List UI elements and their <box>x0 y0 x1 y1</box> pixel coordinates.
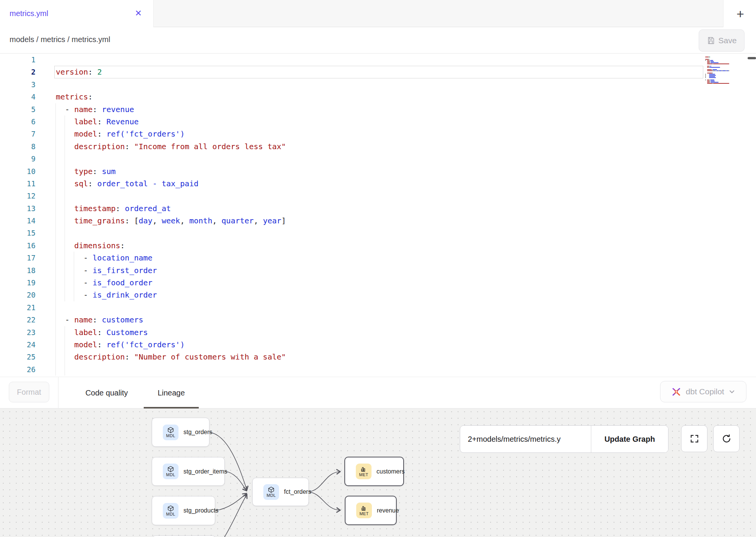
minimap-line <box>705 60 706 61</box>
code-line-2[interactable]: 2version: 2 <box>0 66 756 78</box>
new-tab-button[interactable]: + <box>733 5 748 22</box>
minimap-line <box>709 76 715 77</box>
code-line-21[interactable]: 21 <box>0 301 756 314</box>
code-line-7[interactable]: 7 model: ref('fct_orders') <box>0 128 756 140</box>
lineage-node-partial_node[interactable] <box>152 535 216 537</box>
metric-icon: MET <box>356 503 372 518</box>
node-label: fct_orders <box>284 488 311 495</box>
lineage-node-fct_orders[interactable]: MDLfct_orders <box>252 478 309 506</box>
minimap-line <box>709 75 716 76</box>
scrollbar-marker[interactable] <box>748 57 756 59</box>
code-line-8[interactable]: 8 description: "Income from all orders l… <box>0 140 756 153</box>
code-line-5[interactable]: 5 - name: revenue <box>0 103 756 116</box>
minimap-line <box>709 82 710 83</box>
line-number: 11 <box>0 177 36 190</box>
code-line-9[interactable]: 9 <box>0 153 756 165</box>
lineage-graph-canvas[interactable]: MDLstg_ordersMDLstg_order_itemsMDLstg_pr… <box>0 408 756 537</box>
breadcrumb-row: models / metrics / metrics.yml Save <box>0 27 756 54</box>
code-text: time_grains: [day, week, month, quarter,… <box>56 215 286 227</box>
lineage-node-stg_products[interactable]: MDLstg_products <box>152 496 215 525</box>
refresh-icon <box>722 434 732 444</box>
minimap-line <box>709 66 710 67</box>
minimap-line <box>709 61 710 62</box>
breadcrumb: models / metrics / metrics.yml <box>10 35 110 44</box>
code-line-4[interactable]: 4metrics: <box>0 91 756 103</box>
minimap-line <box>707 73 712 73</box>
model-icon: MDL <box>163 503 178 519</box>
node-label: stg_orders <box>183 429 213 436</box>
code-text: model: ref('fct_orders') <box>56 338 185 351</box>
minimap-line <box>713 63 729 64</box>
code-line-14[interactable]: 14 time_grains: [day, week, month, quart… <box>0 215 756 227</box>
indent-guide <box>65 153 65 165</box>
tab-bar: metrics.yml ✕ + <box>0 0 756 27</box>
minimap-line <box>711 61 714 62</box>
close-tab-icon[interactable]: ✕ <box>131 7 145 20</box>
lineage-node-stg_order_items[interactable]: MDLstg_order_items <box>152 457 225 486</box>
code-line-16[interactable]: 16 dimensions: <box>0 239 756 252</box>
lineage-node-revenue[interactable]: METrevenue <box>345 496 397 525</box>
line-number: 10 <box>0 165 36 177</box>
code-line-19[interactable]: 19 - is_food_order <box>0 277 756 289</box>
tab-code-quality[interactable]: Code quality <box>71 377 142 408</box>
code-editor[interactable]: 12version: 234metrics:5 - name: revenue6… <box>0 54 756 377</box>
line-number: 20 <box>0 289 36 301</box>
code-text: description: "Income from all orders les… <box>56 140 286 153</box>
update-graph-button[interactable]: Update Graph <box>591 426 668 452</box>
fullscreen-button[interactable] <box>681 425 707 452</box>
minimap-line <box>705 76 706 77</box>
code-line-18[interactable]: 18 - is_first_order <box>0 264 756 277</box>
code-line-1[interactable]: 1 <box>0 54 756 66</box>
bottom-toolbar: Format Code quality Lineage dbt Copilot <box>0 377 756 408</box>
lineage-node-stg_orders[interactable]: MDLstg_orders <box>152 418 209 447</box>
code-text: label: Revenue <box>56 116 139 128</box>
line-number: 15 <box>0 227 36 239</box>
code-line-6[interactable]: 6 label: Revenue <box>0 116 756 128</box>
code-line-11[interactable]: 11 sql: order_total - tax_paid <box>0 177 756 190</box>
code-text: - name: revenue <box>56 103 134 116</box>
code-line-26[interactable]: 26 <box>0 363 756 376</box>
model-icon: MDL <box>263 484 279 500</box>
format-button[interactable]: Format <box>9 382 49 402</box>
code-line-22[interactable]: 22 - name: customers <box>0 314 756 326</box>
dbt-copilot-logo-icon <box>671 387 681 397</box>
code-text: - location_name <box>56 252 152 264</box>
minimap[interactable] <box>705 55 747 90</box>
code-text: - is_drink_order <box>56 289 157 301</box>
code-line-17[interactable]: 17 - location_name <box>0 252 756 264</box>
lineage-node-customers[interactable]: METcustomers <box>344 457 404 486</box>
minimap-line <box>709 62 710 63</box>
dbt-copilot-button[interactable]: dbt Copilot <box>660 381 746 402</box>
code-text: - name: customers <box>56 314 143 326</box>
code-line-24[interactable]: 24 model: ref('fct_orders') <box>0 338 756 351</box>
line-number: 9 <box>0 153 36 165</box>
code-line-20[interactable]: 20 - is_drink_order <box>0 289 756 301</box>
line-number: 25 <box>0 351 36 363</box>
line-number: 12 <box>0 190 36 202</box>
line-number: 5 <box>0 103 36 116</box>
save-icon <box>707 36 715 45</box>
minimap-line <box>709 57 710 57</box>
code-line-25[interactable]: 25 description: "Number of customers wit… <box>0 351 756 363</box>
minimap-line <box>707 70 712 71</box>
code-line-23[interactable]: 23 label: Customers <box>0 326 756 338</box>
minimap-line <box>705 77 706 78</box>
code-line-13[interactable]: 13 timestamp: ordered_at <box>0 202 756 215</box>
minimap-line <box>705 59 709 60</box>
code-text: description: "Number of customers with a… <box>56 351 286 363</box>
lineage-controls: Update Graph <box>460 425 668 453</box>
refresh-button[interactable] <box>713 425 740 452</box>
code-line-12[interactable]: 12 <box>0 190 756 202</box>
tab-lineage[interactable]: Lineage <box>144 377 199 408</box>
minimap-line <box>709 81 710 81</box>
indent-guide <box>55 153 56 165</box>
code-line-15[interactable]: 15 <box>0 227 756 239</box>
code-line-3[interactable]: 3 <box>0 78 756 91</box>
save-button[interactable]: Save <box>699 29 745 52</box>
tab-metrics-yml[interactable]: metrics.yml ✕ <box>0 0 153 27</box>
indent-guide <box>55 301 56 314</box>
active-line-highlight <box>54 66 703 78</box>
line-number: 6 <box>0 116 36 128</box>
code-line-10[interactable]: 10 type: sum <box>0 165 756 177</box>
model-selector-input[interactable] <box>460 426 591 452</box>
